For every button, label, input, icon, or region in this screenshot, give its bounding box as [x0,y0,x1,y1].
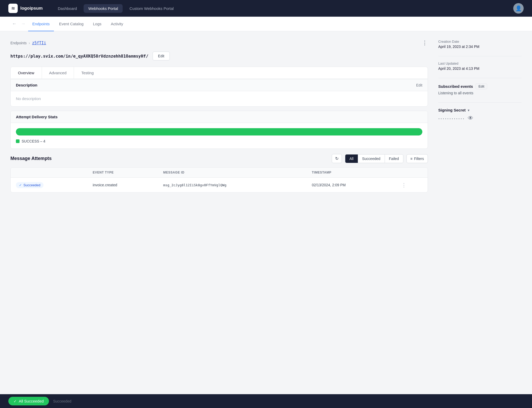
breadcrumb-current[interactable]: z5fTIi [32,41,46,45]
eye-icon[interactable]: 👁 [468,115,473,122]
row-message-id: msg_2cJyg8l12IiSk8gv0FfYmVglQWg [158,178,307,193]
tab-advanced[interactable]: Advanced [42,67,74,79]
refresh-button[interactable]: ↻ [332,154,342,163]
description-edit-link[interactable]: Edit [416,83,422,87]
attempts-title: Message Attempts [10,156,52,161]
sub-navigation: ← → Endpoints Event Catalog Logs Activit… [0,17,532,31]
logo-text: logoipsum [20,6,43,11]
row-timestamp: 02/13/2024, 2:09 PM [307,178,396,193]
row-event-type: invoice.created [87,178,158,193]
signing-secret-label: Signing Secret [438,108,466,112]
nav-dashboard[interactable]: Dashboard [53,4,82,13]
description-body: No description [11,91,428,106]
edit-endpoint-button[interactable]: Edit [153,52,170,60]
chevron-down-icon[interactable]: ▾ [468,108,470,112]
forward-arrow[interactable]: → [19,20,27,28]
table-head: EVENT TYPE MESSAGE ID TIMESTAMP [11,168,428,178]
creation-date-label: Creation Date [438,40,522,44]
check-icon: ✓ [19,183,22,187]
legend-label: SUCCESS – 4 [22,139,45,143]
attempts-header: Message Attempts ↻ All Succeeded Failed … [10,154,428,163]
subscribed-events-label: Subscribed events [438,84,473,89]
filters-button[interactable]: ≡ Filters [406,154,428,163]
subscribed-events-row: Subscribed events Edit [438,83,522,89]
message-id-value: msg_2cJyg8l12IiSk8gv0FfYmVglQWg [163,183,227,187]
top-navigation: ≋ logoipsum Dashboard Webhooks Portal Cu… [0,0,532,17]
filter-group: All Succeeded Failed [345,154,403,163]
delivery-stats-title: Attempt Delivery Stats [16,115,58,119]
endpoint-url-row: https://play.svix.com/in/e_qyAXKQ58rVdzn… [10,52,428,60]
right-panel: Creation Date April 19, 2023 at 2:34 PM … [438,40,522,193]
filters-label: Filters [414,157,424,161]
delivery-stats-card: Attempt Delivery Stats SUCCESS – 4 [10,111,428,149]
endpoint-url: https://play.svix.com/in/e_qyAXKQ58rVdzn… [10,54,148,59]
tab-overview[interactable]: Overview [11,67,42,79]
progress-bar-outer [16,128,422,135]
attempts-table: EVENT TYPE MESSAGE ID TIMESTAMP ✓ Succee… [11,168,428,192]
no-description-text: No description [16,96,41,101]
status-label: Succeeded [23,183,40,187]
back-arrow[interactable]: ← [10,20,18,28]
description-card-header: Description Edit [11,79,428,91]
filter-failed-button[interactable]: Failed [385,154,403,163]
logo: ≋ logoipsum [8,4,43,13]
table-row: ✓ Succeeded invoice.created msg_2cJyg8l1… [11,178,428,193]
overview-tabs: Overview Advanced Testing [10,67,428,79]
tab-endpoints[interactable]: Endpoints [28,17,54,31]
col-message-id: MESSAGE ID [158,168,307,178]
message-attempts-section: Message Attempts ↻ All Succeeded Failed … [10,154,428,193]
page-content: Endpoints › z5fTIi ⋮ https://play.svix.c… [0,31,532,201]
tab-logs[interactable]: Logs [89,17,106,31]
col-actions [396,168,428,178]
tab-testing[interactable]: Testing [74,67,101,79]
creation-date-value: April 19, 2023 at 2:34 PM [438,45,522,49]
breadcrumb: Endpoints › z5fTIi ⋮ [10,40,428,46]
attempts-table-wrapper: EVENT TYPE MESSAGE ID TIMESTAMP ✓ Succee… [10,167,428,193]
tab-activity[interactable]: Activity [107,17,127,31]
last-updated-label: Last Updated [438,61,522,65]
filter-succeeded-button[interactable]: Succeeded [358,154,385,163]
legend-dot-success [16,139,20,143]
table-body: ✓ Succeeded invoice.created msg_2cJyg8l1… [11,178,428,193]
subscribed-events-value: Listening to all events [438,91,522,95]
status-badge: ✓ Succeeded [16,182,43,188]
progress-bar-inner [16,128,422,135]
signing-secret-block: Signing Secret ▾ ············ 👁 [438,108,522,122]
secret-value-row: ············ 👁 [438,115,522,122]
last-updated-value: April 20, 2023 at 4:13 PM [438,66,522,71]
nav-webhooks-portal[interactable]: Webhooks Portal [84,4,123,13]
divider-3 [438,102,522,103]
subscribed-events-block: Subscribed events Edit Listening to all … [438,83,522,95]
description-card: Description Edit No description [10,79,428,107]
row-more-icon[interactable]: ⋮ [401,182,406,188]
col-status [11,168,87,178]
divider-1 [438,56,522,56]
secret-dots: ············ [438,115,465,121]
filters-icon: ≡ [410,157,412,161]
row-status: ✓ Succeeded [11,178,87,193]
tab-event-catalog[interactable]: Event Catalog [55,17,88,31]
creation-date-block: Creation Date April 19, 2023 at 2:34 PM [438,40,522,49]
breadcrumb-separator: › [29,41,30,45]
col-timestamp: TIMESTAMP [307,168,396,178]
more-menu-icon[interactable]: ⋮ [422,40,428,46]
avatar[interactable]: 👤 [513,3,524,14]
row-menu: ⋮ [396,178,428,193]
col-event-type: EVENT TYPE [87,168,158,178]
subscribed-events-edit-button[interactable]: Edit [475,83,487,89]
divider-2 [438,78,522,78]
last-updated-block: Last Updated April 20, 2023 at 4:13 PM [438,61,522,71]
delivery-stats-body: SUCCESS – 4 [11,123,428,149]
nav-custom-webhooks[interactable]: Custom Webhooks Portal [125,4,178,13]
signing-secret-row: Signing Secret ▾ [438,108,522,112]
stat-legend: SUCCESS – 4 [16,139,422,143]
filter-all-button[interactable]: All [345,154,358,163]
delivery-stats-header: Attempt Delivery Stats [11,111,428,123]
description-title: Description [16,83,37,87]
main-column: Endpoints › z5fTIi ⋮ https://play.svix.c… [10,40,428,193]
logo-icon: ≋ [8,4,18,13]
breadcrumb-endpoints[interactable]: Endpoints [10,41,27,45]
